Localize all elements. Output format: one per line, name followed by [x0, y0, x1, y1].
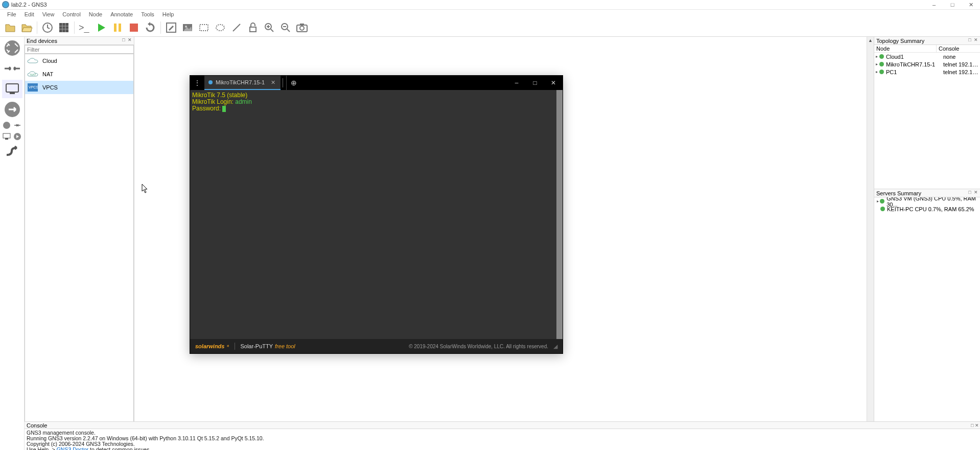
draw-ellipse-button[interactable]: [213, 20, 227, 35]
draw-rectangle-button[interactable]: [197, 20, 211, 35]
main-toolbar: >_: [0, 18, 980, 37]
panel-float-icon[interactable]: □: [121, 37, 127, 42]
show-grid-button[interactable]: [57, 20, 71, 35]
svg-rect-5: [130, 24, 138, 32]
terminal-line: Password:: [192, 105, 561, 112]
topology-row-cloud1[interactable]: ▸ Cloud1 none: [874, 53, 980, 60]
end-devices-panel: End devices □✕ Cloud NAT NAT VPCS VPCS +…: [25, 37, 134, 450]
end-devices-category-button[interactable]: [2, 80, 22, 98]
terminal-scrollbar[interactable]: [556, 90, 563, 339]
menu-edit[interactable]: Edit: [20, 11, 38, 17]
console-dock: Console □ ✕ GNS3 management console. Run…: [25, 421, 980, 450]
menu-view[interactable]: View: [38, 11, 59, 17]
terminal-body[interactable]: MikroTik 7.5 (stable) MikroTik Login: ad…: [190, 90, 563, 339]
svg-line-18: [287, 29, 290, 32]
menu-control[interactable]: Control: [58, 11, 84, 17]
maximize-button[interactable]: □: [943, 0, 962, 10]
snapshot-history-button[interactable]: [40, 20, 55, 35]
node-console: none: [943, 54, 980, 60]
all-devices-small-button[interactable]: [2, 121, 12, 130]
insert-image-button[interactable]: [180, 20, 195, 35]
panel-float-icon[interactable]: □: [967, 190, 973, 195]
stop-all-button[interactable]: [127, 20, 141, 35]
terminal-statusbar: solarwinds☀ Solar-PuTTY free tool © 2019…: [190, 339, 563, 353]
menu-tools[interactable]: Tools: [137, 11, 158, 17]
open-project-button[interactable]: [19, 20, 34, 35]
device-item-cloud[interactable]: Cloud: [25, 54, 133, 68]
device-filter-input[interactable]: [25, 45, 134, 54]
col-console[interactable]: Console: [937, 45, 980, 52]
security-devices-category-button[interactable]: [2, 100, 22, 119]
minimize-button[interactable]: –: [925, 0, 943, 10]
gns3-logo-icon: [2, 1, 9, 8]
tab-close-icon[interactable]: ✕: [271, 79, 275, 86]
terminal-minimize-button[interactable]: –: [507, 76, 526, 90]
svg-point-27: [3, 122, 10, 129]
menu-node[interactable]: Node: [85, 11, 106, 17]
svg-rect-12: [250, 27, 256, 32]
terminal-close-button[interactable]: ✕: [544, 76, 563, 90]
switch-small-button[interactable]: [13, 121, 22, 130]
product-tag: free tool: [275, 343, 295, 349]
monitor-small-button[interactable]: [2, 132, 12, 141]
console-all-button[interactable]: >_: [78, 20, 92, 35]
col-node[interactable]: Node: [874, 45, 937, 52]
panel-close-icon[interactable]: ✕: [975, 423, 979, 428]
menu-file[interactable]: File: [3, 11, 20, 17]
topology-row-pc1[interactable]: ▸ PC1 telnet 192.168.24...: [874, 68, 980, 76]
topology-summary-header: Topology Summary □✕: [874, 37, 980, 45]
zoom-out-button[interactable]: [278, 20, 293, 35]
terminal-window[interactable]: ⋮ MikroTikCHR7.15-1 ✕ ⊕ – □ ✕ MikroTik 7…: [190, 75, 563, 354]
switches-category-button[interactable]: [2, 59, 22, 78]
server-row-keithpc[interactable]: ▸ KEITH-PC CPU 0.7%, RAM 65.2%: [874, 205, 980, 213]
panel-close-icon[interactable]: ✕: [127, 37, 133, 42]
screenshot-button[interactable]: [295, 20, 309, 35]
terminal-menu-button[interactable]: ⋮: [190, 76, 204, 90]
node-name: MikroTikCHR7.15-1: [886, 61, 943, 68]
add-link-button[interactable]: [2, 143, 22, 162]
resize-grip-icon[interactable]: ◢: [553, 343, 557, 350]
reload-all-button[interactable]: [143, 20, 157, 35]
terminal-tab[interactable]: MikroTikCHR7.15-1 ✕: [204, 76, 281, 90]
play-small-button[interactable]: [13, 132, 22, 141]
svg-text:VPCS: VPCS: [29, 85, 38, 89]
panel-float-icon[interactable]: □: [967, 37, 973, 42]
svg-point-10: [216, 25, 224, 31]
routers-category-button[interactable]: [2, 39, 22, 57]
node-name: Cloud1: [886, 54, 943, 60]
device-item-nat[interactable]: NAT NAT: [25, 68, 133, 81]
canvas-vertical-scrollbar[interactable]: ▲ ▼: [867, 37, 874, 450]
terminal-titlebar[interactable]: ⋮ MikroTikCHR7.15-1 ✕ ⊕ – □ ✕: [190, 76, 563, 90]
vpcs-icon: VPCS: [27, 84, 38, 91]
menu-annotate[interactable]: Annotate: [106, 11, 137, 17]
terminal-maximize-button[interactable]: □: [526, 76, 544, 90]
panel-close-icon[interactable]: ✕: [973, 190, 979, 195]
panel-close-icon[interactable]: ✕: [973, 37, 979, 42]
start-all-button[interactable]: [94, 20, 108, 35]
svg-rect-1: [59, 23, 68, 32]
topology-table-header: Node Console: [874, 45, 980, 53]
new-tab-button[interactable]: ⊕: [286, 76, 300, 90]
device-label: Cloud: [42, 58, 57, 64]
close-button[interactable]: ✕: [962, 0, 980, 10]
console-line: Running GNS3 version 2.2.47 on Windows (…: [27, 436, 978, 441]
console-output[interactable]: GNS3 management console. Running GNS3 ve…: [25, 429, 980, 450]
pause-all-button[interactable]: [110, 20, 125, 35]
svg-line-14: [271, 29, 273, 32]
gns3-doctor-link[interactable]: GNS3 Doctor: [57, 446, 88, 450]
lock-button[interactable]: [246, 20, 260, 35]
add-note-button[interactable]: [164, 20, 178, 35]
terminal-line: MikroTik 7.5 (stable): [192, 92, 247, 99]
panel-float-icon[interactable]: □: [971, 423, 973, 428]
terminal-cursor: [222, 106, 226, 112]
svg-rect-9: [200, 25, 208, 31]
draw-line-button[interactable]: [229, 20, 244, 35]
menu-help[interactable]: Help: [158, 11, 178, 17]
svg-rect-28: [3, 133, 10, 138]
status-dot-icon: [879, 70, 884, 74]
new-project-button[interactable]: [3, 20, 17, 35]
server-row-gns3vm[interactable]: ▸ GNS3 VM (GNS3) CPU 0.5%, RAM 30...: [874, 197, 980, 205]
device-item-vpcs[interactable]: VPCS VPCS: [25, 81, 133, 94]
zoom-in-button[interactable]: [262, 20, 276, 35]
topology-row-mikrotik[interactable]: ▸ MikroTikCHR7.15-1 telnet 192.168.24...: [874, 60, 980, 68]
